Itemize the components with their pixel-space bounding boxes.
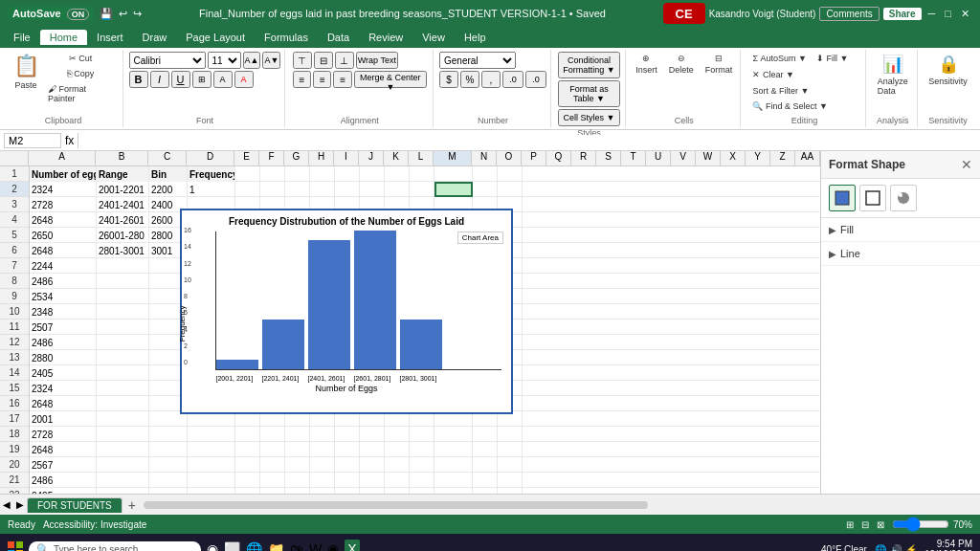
maximize-button[interactable]: □	[942, 8, 954, 19]
tab-file[interactable]: File	[4, 30, 40, 45]
merge-center-button[interactable]: Merge & Center ▼	[354, 71, 427, 88]
cell-20-6[interactable]	[285, 457, 310, 473]
cell-styles-button[interactable]: Cell Styles ▼	[558, 109, 620, 126]
cell-19-9[interactable]	[360, 442, 385, 457]
cell-1-2[interactable]: Bin	[149, 166, 188, 182]
cell-3-1[interactable]: 2401-2401	[97, 197, 149, 212]
cell-2-2[interactable]: 2200	[149, 182, 188, 197]
redo-icon[interactable]: ↪	[133, 8, 142, 20]
volume-icon[interactable]: 🔊	[890, 544, 902, 552]
cell-22-12[interactable]	[434, 488, 473, 494]
font-decrease-button[interactable]: A▼	[262, 52, 280, 69]
page-break-view-button[interactable]: ⊠	[877, 519, 884, 530]
cell-12-1[interactable]	[97, 335, 149, 350]
cell-18-5[interactable]	[260, 427, 285, 442]
percent-button[interactable]: %	[460, 71, 479, 88]
fill-color-button[interactable]: A	[213, 71, 233, 88]
cell-20-12[interactable]	[434, 457, 473, 473]
cell-20-5[interactable]	[260, 457, 285, 473]
cell-2-4[interactable]	[235, 182, 260, 197]
col-header-e[interactable]: E	[234, 151, 259, 165]
edge-icon[interactable]: 🌐	[246, 541, 262, 551]
cell-12-0[interactable]: 2486	[30, 335, 97, 350]
bold-button[interactable]: B	[129, 71, 148, 88]
col-header-aa[interactable]: AA	[795, 151, 820, 165]
add-sheet-button[interactable]: +	[124, 497, 140, 513]
tab-formulas[interactable]: Formulas	[255, 30, 318, 45]
col-header-k[interactable]: K	[384, 151, 409, 165]
cell-18-12[interactable]	[434, 427, 473, 442]
cell-14-0[interactable]: 2405	[30, 365, 97, 381]
col-header-g[interactable]: G	[284, 151, 309, 165]
cell-1-12[interactable]	[434, 166, 473, 182]
col-header-w[interactable]: W	[696, 151, 721, 165]
col-header-v[interactable]: V	[671, 151, 696, 165]
cell-19-12[interactable]	[434, 442, 473, 457]
cell-21-8[interactable]	[335, 473, 360, 488]
tab-draw[interactable]: Draw	[133, 30, 177, 45]
cell-8-0[interactable]: 2486	[30, 274, 97, 289]
col-header-j[interactable]: J	[359, 151, 384, 165]
border-button[interactable]: ⊞	[192, 71, 212, 88]
cell-1-4[interactable]	[235, 166, 260, 182]
comments-button[interactable]: Comments	[819, 7, 879, 21]
currency-button[interactable]: $	[439, 71, 458, 88]
excel-icon[interactable]: X	[345, 540, 359, 551]
format-painter-button[interactable]: 🖌 Format Painter	[44, 82, 117, 105]
sheet-nav-next[interactable]: ▶	[13, 499, 27, 510]
tab-data[interactable]: Data	[318, 30, 359, 45]
cell-7-0[interactable]: 2244	[30, 258, 97, 274]
cell-1-7[interactable]	[310, 166, 335, 182]
chart-container[interactable]: Frequency Distrubution of the Number of …	[180, 209, 513, 414]
cell-22-1[interactable]	[97, 488, 149, 494]
battery-icon[interactable]: ⚡	[905, 544, 917, 552]
search-bar[interactable]: 🔍 Type here to search	[29, 541, 201, 552]
cell-21-13[interactable]	[473, 473, 498, 488]
decimal-decrease-button[interactable]: .0	[525, 71, 546, 88]
cell-9-0[interactable]: 2534	[30, 289, 97, 304]
cell-20-9[interactable]	[360, 457, 385, 473]
cell-18-10[interactable]	[385, 427, 410, 442]
cell-17-1[interactable]	[97, 411, 149, 427]
function-icon[interactable]: fx	[65, 134, 74, 147]
cell-22-7[interactable]	[310, 488, 335, 494]
cell-22-9[interactable]	[360, 488, 385, 494]
cell-19-1[interactable]	[97, 442, 149, 457]
cell-2-3[interactable]: 1	[188, 182, 235, 197]
cell-21-10[interactable]	[385, 473, 410, 488]
autosave-label[interactable]: AutoSave ON	[8, 7, 94, 20]
cell-20-3[interactable]	[188, 457, 235, 473]
file-explorer-icon[interactable]: 📁	[268, 541, 284, 551]
cell-22-8[interactable]	[335, 488, 360, 494]
col-header-z[interactable]: Z	[770, 151, 795, 165]
insert-cells-button[interactable]: ⊕Insert	[632, 52, 661, 77]
cell-1-1[interactable]: Range	[97, 166, 149, 182]
cell-19-4[interactable]	[235, 442, 260, 457]
cell-21-5[interactable]	[260, 473, 285, 488]
cell-15-1[interactable]	[97, 381, 149, 396]
minimize-button[interactable]: ─	[925, 8, 939, 19]
cell-19-10[interactable]	[385, 442, 410, 457]
sheet-tab-for-students[interactable]: FOR STUDENTS	[27, 497, 122, 513]
cell-22-3[interactable]	[188, 488, 235, 494]
cell-1-0[interactable]: Number of eggs laid	[30, 166, 97, 182]
cell-1-6[interactable]	[285, 166, 310, 182]
cell-1-13[interactable]	[473, 166, 498, 182]
cell-19-3[interactable]	[188, 442, 235, 457]
cell-21-6[interactable]	[285, 473, 310, 488]
cell-21-3[interactable]	[188, 473, 235, 488]
cell-18-2[interactable]	[149, 427, 188, 442]
cell-5-0[interactable]: 2650	[30, 228, 97, 243]
cell-19-5[interactable]	[260, 442, 285, 457]
chrome-icon[interactable]: ◉	[327, 541, 339, 551]
cell-22-4[interactable]	[235, 488, 260, 494]
task-view-icon[interactable]: ⬜	[224, 541, 240, 551]
cell-13-0[interactable]: 2880	[30, 350, 97, 365]
cell-8-1[interactable]	[97, 274, 149, 289]
cell-1-8[interactable]	[335, 166, 360, 182]
align-middle-button[interactable]: ⊟	[314, 52, 333, 69]
sheet-nav-prev[interactable]: ◀	[0, 499, 13, 510]
cell-19-7[interactable]	[310, 442, 335, 457]
format-panel-close-button[interactable]: ✕	[961, 157, 972, 172]
line-section[interactable]: ▶ Line	[821, 242, 980, 266]
